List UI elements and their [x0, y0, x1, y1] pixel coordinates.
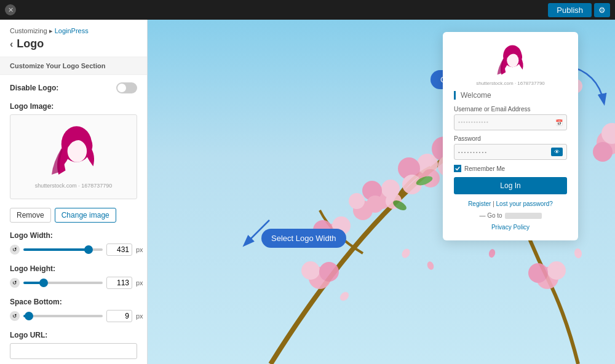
remember-label: Remember Me: [464, 165, 505, 172]
preview-area: Customized Logo Width Select Logo Width: [148, 20, 615, 364]
logo-width-slider[interactable]: [23, 248, 103, 251]
remember-me-row: Remember Me: [454, 165, 567, 172]
space-bottom-slider[interactable]: [23, 315, 103, 317]
space-bottom-slider-row: ↺ px: [10, 310, 137, 322]
top-bar: ✕ Publish ⚙: [0, 0, 615, 20]
logo-url-label: Logo URL:: [10, 331, 137, 339]
logo-height-unit: px: [136, 279, 143, 287]
back-arrow-icon: ‹: [10, 39, 13, 50]
remember-checkbox[interactable]: [454, 165, 461, 172]
space-bottom-field: Space Bottom: ↺ px: [10, 298, 137, 322]
logo-height-field: Logo Height: ↺ px: [10, 264, 137, 289]
show-password-button[interactable]: 👁: [551, 148, 563, 156]
logo-preview-inner: shutterstock.com · 1678737790: [15, 120, 132, 194]
logo-preview-box: shutterstock.com · 1678737790: [10, 114, 137, 199]
goto-site-blurred: [505, 213, 542, 219]
logo-width-slider-row: ↺ px: [10, 243, 137, 256]
sidebar-header: Customizing ▸ LoginPress ‹ Logo: [0, 20, 147, 57]
logo-image-label: Logo Image:: [10, 102, 137, 111]
logo-height-input[interactable]: [106, 277, 132, 289]
close-icon: ✕: [8, 6, 14, 14]
space-bottom-unit: px: [136, 312, 143, 320]
logo-image-field: Logo Image:: [10, 102, 137, 199]
username-input[interactable]: •••••••••••• 📅: [454, 114, 567, 130]
logo-width-label: Logo Width:: [10, 231, 137, 240]
login-logo-caption: shutterstock.com · 1678737790: [454, 81, 567, 86]
remove-button[interactable]: Remove: [10, 208, 51, 223]
publish-button[interactable]: Publish: [548, 3, 592, 17]
settings-icon: ⚙: [598, 6, 606, 15]
logo-height-slider[interactable]: [23, 282, 103, 284]
goto-row: — Go to: [454, 212, 567, 219]
login-welcome: Welcome: [454, 91, 567, 100]
disable-logo-field: Disable Logo:: [10, 82, 137, 93]
password-dots: ••••••••••: [458, 149, 488, 155]
space-bottom-label: Space Bottom:: [10, 298, 137, 306]
change-image-button[interactable]: Change image: [55, 208, 116, 223]
register-link[interactable]: Register: [468, 200, 491, 207]
logo-width-field: Logo Width: ↺ px: [10, 231, 137, 256]
space-bottom-input[interactable]: [106, 310, 132, 322]
close-button[interactable]: ✕: [5, 4, 16, 15]
logo-svg: [46, 125, 101, 180]
breadcrumb: Customizing ▸ LoginPress: [10, 27, 137, 35]
login-logo-svg: [491, 44, 531, 78]
logo-height-slider-row: ↺ px: [10, 277, 137, 289]
logo-caption: shutterstock.com · 1678737790: [35, 183, 113, 189]
logo-buttons: Remove Change image: [10, 208, 137, 223]
logo-width-reset[interactable]: ↺: [10, 245, 20, 255]
privacy-policy-row: Privacy Policy: [454, 224, 567, 231]
logo-url-input[interactable]: [10, 343, 137, 359]
login-button[interactable]: Log In: [454, 177, 567, 194]
toggle-knob: [117, 84, 126, 92]
login-links: Register | Lost your password?: [454, 200, 567, 207]
breadcrumb-link[interactable]: LoginPress: [55, 27, 89, 34]
lost-password-link[interactable]: Lost your password?: [496, 200, 553, 207]
sidebar-body: Disable Logo: Logo Image:: [0, 75, 147, 364]
logo-height-reset[interactable]: ↺: [10, 278, 20, 288]
main-content: Customizing ▸ LoginPress ‹ Logo Customiz…: [0, 20, 615, 364]
username-label: Username or Email Address: [454, 106, 567, 113]
disable-logo-label: Disable Logo:: [10, 82, 137, 93]
login-card: shutterstock.com · 1678737790 Welcome Us…: [443, 32, 578, 240]
logo-height-label: Logo Height:: [10, 264, 137, 273]
settings-button[interactable]: ⚙: [594, 3, 610, 17]
space-bottom-reset[interactable]: ↺: [10, 311, 20, 321]
customize-section-title: Customize Your Logo Section: [0, 57, 147, 75]
logo-url-field: Logo URL:: [10, 331, 137, 359]
logo-width-input[interactable]: [106, 243, 132, 256]
logo-width-unit: px: [136, 246, 143, 253]
password-label: Password: [454, 135, 567, 142]
privacy-policy-link[interactable]: Privacy Policy: [491, 224, 530, 231]
password-input[interactable]: •••••••••• 👁: [454, 144, 567, 160]
section-title: Logo: [17, 38, 44, 50]
back-nav[interactable]: ‹ Logo: [10, 38, 137, 50]
disable-logo-toggle[interactable]: [116, 82, 137, 93]
sidebar: Customizing ▸ LoginPress ‹ Logo Customiz…: [0, 20, 148, 364]
calendar-icon: 📅: [555, 119, 563, 126]
check-icon: [455, 166, 460, 171]
login-logo: shutterstock.com · 1678737790: [454, 44, 567, 86]
